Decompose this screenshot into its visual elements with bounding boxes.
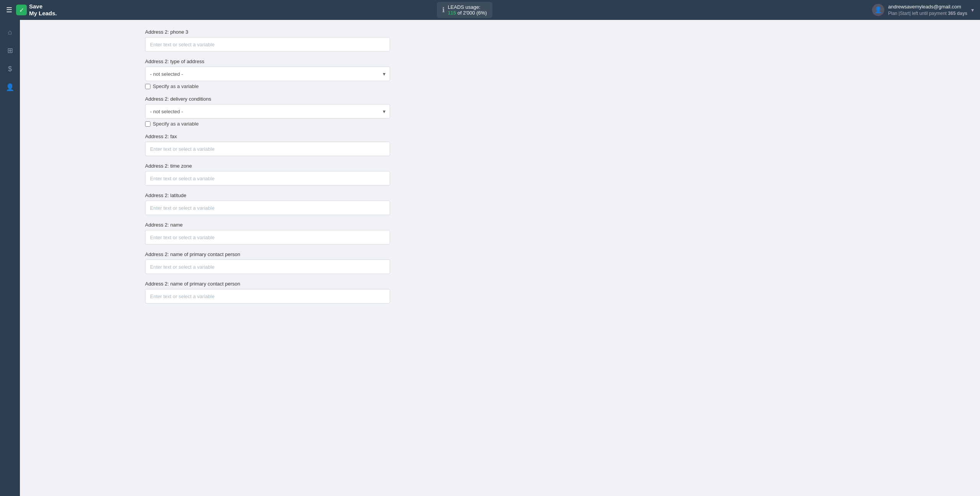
field-addr2-phone3: Address 2: phone 3 xyxy=(145,29,390,52)
input-addr2-fax[interactable] xyxy=(145,142,390,156)
main-layout: ⌂ ⊞ $ 👤 Address 2: phone 3 Address 2: ty… xyxy=(0,20,980,496)
checkbox-row-addr2-delivery: Specify as a variable xyxy=(145,121,390,127)
logo-text: Save My Leads. xyxy=(29,3,57,17)
label-addr2-timezone: Address 2: time zone xyxy=(145,163,390,169)
sidebar-item-home[interactable]: ⌂ xyxy=(2,24,18,40)
form-section: Address 2: phone 3 Address 2: type of ad… xyxy=(145,29,390,303)
field-addr2-latitude: Address 2: latitude xyxy=(145,193,390,215)
label-addr2-phone3: Address 2: phone 3 xyxy=(145,29,390,35)
sidebar: ⌂ ⊞ $ 👤 xyxy=(0,20,20,496)
field-addr2-fax: Address 2: fax xyxy=(145,134,390,156)
main-content: Address 2: phone 3 Address 2: type of ad… xyxy=(20,20,515,496)
field-addr2-type: Address 2: type of address - not selecte… xyxy=(145,59,390,89)
leads-usage-panel: ℹ LEADS usage: 115 of 2'000 (6%) xyxy=(437,2,492,18)
user-plan: Plan |Start| left until payment 365 days xyxy=(888,10,967,17)
field-addr2-primary-contact1: Address 2: name of primary contact perso… xyxy=(145,251,390,274)
label-addr2-name: Address 2: name xyxy=(145,222,390,228)
header: ☰ ✓ Save My Leads. ℹ LEADS usage: 115 of… xyxy=(0,0,980,20)
field-addr2-timezone: Address 2: time zone xyxy=(145,163,390,186)
sidebar-item-dollar[interactable]: $ xyxy=(2,61,18,77)
user-info: andrewsavemyleads@gmail.com Plan |Start|… xyxy=(888,3,967,17)
label-addr2-primary-contact1: Address 2: name of primary contact perso… xyxy=(145,251,390,257)
header-left: ☰ ✓ Save My Leads. xyxy=(6,3,57,17)
select-addr2-delivery[interactable]: - not selected - xyxy=(145,104,390,119)
field-addr2-name: Address 2: name xyxy=(145,222,390,245)
input-addr2-primary-contact2[interactable] xyxy=(145,289,390,303)
label-addr2-type: Address 2: type of address xyxy=(145,59,390,64)
specify-variable-label-delivery[interactable]: Specify as a variable xyxy=(153,121,199,127)
input-addr2-latitude[interactable] xyxy=(145,201,390,215)
avatar: 👤 xyxy=(872,4,884,16)
specify-variable-checkbox-delivery[interactable] xyxy=(145,121,150,127)
right-panel xyxy=(515,20,980,496)
field-addr2-delivery: Address 2: delivery conditions - not sel… xyxy=(145,96,390,127)
sidebar-item-grid[interactable]: ⊞ xyxy=(2,43,18,58)
input-addr2-name[interactable] xyxy=(145,230,390,245)
specify-variable-label-type[interactable]: Specify as a variable xyxy=(153,83,199,89)
logo: ✓ Save My Leads. xyxy=(16,3,57,17)
select-addr2-type[interactable]: - not selected - xyxy=(145,67,390,81)
checkbox-row-addr2-type: Specify as a variable xyxy=(145,83,390,89)
select-wrapper-addr2-type: - not selected - ▾ xyxy=(145,67,390,81)
input-addr2-phone3[interactable] xyxy=(145,37,390,52)
input-addr2-primary-contact1[interactable] xyxy=(145,259,390,274)
logo-checkmark: ✓ xyxy=(16,5,27,15)
input-addr2-timezone[interactable] xyxy=(145,171,390,186)
hamburger-icon[interactable]: ☰ xyxy=(6,6,12,14)
select-wrapper-addr2-delivery: - not selected - ▾ xyxy=(145,104,390,119)
label-addr2-latitude: Address 2: latitude xyxy=(145,193,390,198)
field-addr2-primary-contact2: Address 2: name of primary contact perso… xyxy=(145,281,390,303)
leads-usage-text: LEADS usage: 115 of 2'000 (6%) xyxy=(448,4,487,16)
sidebar-item-user[interactable]: 👤 xyxy=(2,80,18,95)
info-icon: ℹ xyxy=(442,6,445,14)
label-addr2-delivery: Address 2: delivery conditions xyxy=(145,96,390,102)
specify-variable-checkbox-type[interactable] xyxy=(145,84,150,89)
label-addr2-primary-contact2: Address 2: name of primary contact perso… xyxy=(145,281,390,287)
header-right: 👤 andrewsavemyleads@gmail.com Plan |Star… xyxy=(872,3,974,17)
label-addr2-fax: Address 2: fax xyxy=(145,134,390,139)
chevron-down-icon[interactable]: ▾ xyxy=(971,7,974,13)
